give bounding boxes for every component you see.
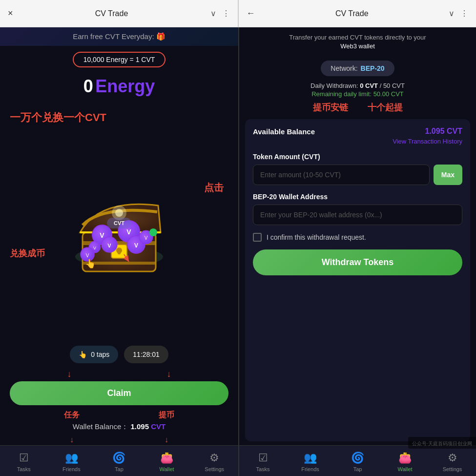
svg-text:V: V: [134, 242, 138, 249]
nav-arrow-left: ↓: [70, 435, 74, 444]
claim-button[interactable]: Claim: [10, 381, 228, 405]
treasure-chest-image[interactable]: V V V V V: [61, 169, 178, 276]
svg-rect-6: [118, 250, 121, 254]
svg-text:V: V: [126, 228, 131, 236]
network-label: Network:: [331, 64, 357, 72]
svg-text:V: V: [93, 246, 96, 250]
svg-text:V: V: [107, 243, 111, 248]
tap-icon-right: 🌀: [351, 452, 364, 464]
nav-tap-left[interactable]: 🌀 Tap: [95, 450, 143, 474]
chinese-main-text: 一万个兑换一个CVT: [10, 110, 106, 125]
daily-withdrawn-label: Daily Withdrawn:: [310, 82, 358, 89]
wallet-address-input[interactable]: [253, 205, 462, 225]
wallet-balance-prefix: Wallet Balance：: [73, 422, 129, 431]
available-balance-label: Available Balance: [253, 127, 315, 136]
nav-tap-right[interactable]: 🌀 Tap: [334, 450, 381, 474]
token-amount-row: Max: [253, 165, 462, 185]
exchange-label: 兑换成币: [10, 248, 45, 259]
tasks-icon-right: ☑: [258, 452, 268, 464]
nav-settings-right[interactable]: ⚙ Settings: [429, 450, 476, 474]
annotation-renwu: 任务: [64, 410, 80, 420]
friends-label-right: Friends: [301, 466, 319, 472]
bottom-nav-left: ☑ Tasks 👥 Friends 🌀 Tap 👛 Wallet ⚙ Setti…: [0, 445, 238, 476]
confirm-checkbox[interactable]: [253, 233, 262, 242]
wallet-balance-cvt: CVT: [151, 422, 166, 431]
left-more-icon[interactable]: ⋮: [222, 9, 230, 18]
energy-label: Energy: [95, 76, 155, 96]
tap-label-left: Tap: [115, 466, 124, 472]
nav-wallet-left[interactable]: 👛 Wallet: [143, 450, 191, 474]
energy-value: 0: [83, 76, 93, 96]
nav-wallet-right[interactable]: 👛 Wallet: [381, 450, 429, 474]
svg-point-21: [149, 228, 157, 236]
withdraw-button[interactable]: Withdraw Tokens: [253, 249, 462, 275]
settings-icon-right: ⚙: [448, 452, 457, 464]
right-chevron-icon[interactable]: ∨: [449, 9, 455, 18]
settings-icon-left: ⚙: [209, 452, 219, 464]
tap-label-right: Tap: [353, 466, 362, 472]
token-amount-label: Token Amount (CVT): [253, 153, 462, 161]
network-value: BEP-20: [361, 64, 385, 72]
left-browser-title: CV Trade: [19, 9, 205, 18]
wallet-address-label: BEP-20 Wallet Address: [253, 193, 462, 201]
svg-text:V: V: [86, 253, 89, 258]
svg-text:V: V: [100, 231, 104, 239]
remaining-value: 50.00 CVT: [373, 90, 404, 98]
token-amount-input[interactable]: [253, 165, 430, 185]
transfer-text: Transfer your earned CVT tokens directly…: [289, 34, 426, 41]
arrow-down-left: ↓: [67, 369, 72, 379]
hand-icon: 👆: [79, 351, 87, 358]
tap-icon-left: 🌀: [112, 452, 125, 464]
nav-friends-right[interactable]: 👥 Friends: [287, 450, 334, 474]
view-history-link[interactable]: View Transaction History: [253, 138, 462, 145]
left-screen: Earn free CVT Everyday: 🎁 10,000 Energy …: [0, 27, 238, 476]
wallet-balance-amount: 1.095: [130, 422, 149, 431]
nav-friends-left[interactable]: 👥 Friends: [48, 450, 96, 474]
web3-wallet-text: Web3 wallet: [340, 42, 375, 50]
svg-text:👆: 👆: [85, 258, 96, 269]
wallet-balance-display: Wallet Balance： 1.095 CVT: [0, 422, 238, 432]
nav-arrow-right: ↓: [165, 435, 168, 444]
chinese-min: 十个起提: [368, 102, 403, 113]
svg-text:CVT: CVT: [114, 220, 124, 226]
taps-count: 0 taps: [91, 351, 109, 358]
banner-text: Earn free CVT Everyday:: [73, 32, 154, 41]
right-more-icon[interactable]: ⋮: [460, 9, 468, 18]
timer-button[interactable]: 11:28:01: [124, 346, 168, 363]
energy-box-text: 10,000 Energy = 1 CVT: [83, 56, 155, 63]
network-badge: Network: BEP-20: [321, 61, 394, 76]
max-button[interactable]: Max: [434, 165, 462, 185]
right-browser-title: CV Trade: [261, 9, 443, 18]
tasks-icon-left: ☑: [19, 452, 29, 464]
chinese-chain: 提币安链: [313, 102, 348, 113]
confirm-text: I confirm this withdrawal request.: [267, 233, 366, 241]
settings-label-left: Settings: [205, 466, 224, 472]
friends-icon-right: 👥: [304, 452, 317, 464]
left-chevron-icon[interactable]: ∨: [210, 9, 216, 18]
friends-label-left: Friends: [62, 466, 81, 472]
tasks-label-left: Tasks: [17, 466, 31, 472]
nav-tasks-left[interactable]: ☑ Tasks: [0, 450, 48, 474]
taps-button[interactable]: 👆 0 taps: [70, 346, 118, 363]
wallet-icon-right: 👛: [398, 452, 412, 464]
energy-display: 0 Energy: [0, 76, 238, 97]
arrow-down-right: ↓: [167, 369, 171, 379]
tasks-label-right: Tasks: [256, 466, 269, 472]
confirm-row: I confirm this withdrawal request.: [253, 233, 462, 242]
wechat-watermark: 公众号·天庭首码项目创业网: [408, 437, 476, 449]
transfer-header: Transfer your earned CVT tokens directly…: [239, 27, 476, 57]
nav-settings-left[interactable]: ⚙ Settings: [190, 450, 238, 474]
wallet-label-right: Wallet: [397, 466, 412, 472]
banner-icon: 🎁: [156, 32, 166, 41]
friends-icon-left: 👥: [65, 452, 78, 464]
settings-label-right: Settings: [443, 466, 462, 472]
right-screen: Transfer your earned CVT tokens directly…: [238, 27, 476, 476]
svg-point-20: [115, 209, 123, 217]
close-icon[interactable]: ×: [8, 8, 13, 19]
nav-tasks-right[interactable]: ☑ Tasks: [239, 450, 287, 474]
stats-section: Daily Withdrawn: 0 CVT / 50 CVT Remainin…: [239, 80, 476, 100]
withdrawal-card: Available Balance 1.095 CVT View Transac…: [245, 119, 470, 441]
chest-area: V V V V V: [0, 100, 238, 346]
back-icon[interactable]: ←: [247, 8, 255, 19]
available-balance-row: Available Balance 1.095 CVT: [253, 127, 462, 136]
